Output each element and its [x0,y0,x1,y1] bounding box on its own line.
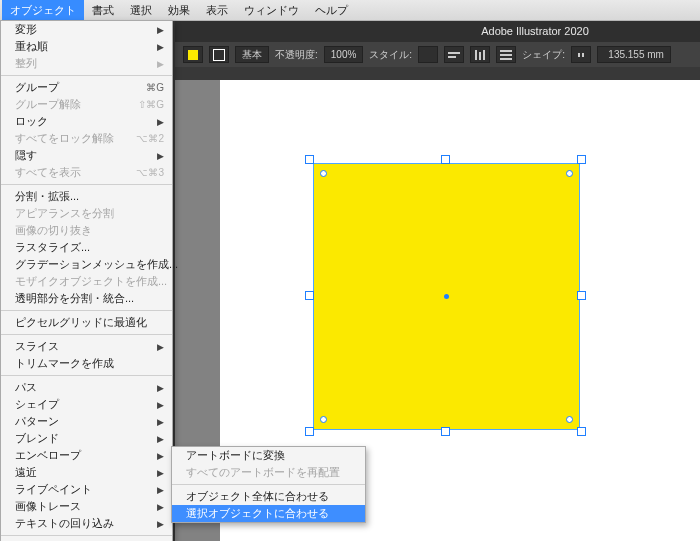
menubar-item-object[interactable]: オブジェクト [2,0,84,20]
svg-rect-2 [475,50,477,60]
menubar-item-effect[interactable]: 効果 [160,0,198,20]
menu-ungroup: グループ解除⇧⌘G [1,96,172,113]
handle-bl[interactable] [305,427,314,436]
svg-rect-0 [448,52,460,54]
menu-group[interactable]: グループ⌘G [1,79,172,96]
handle-ml[interactable] [305,291,314,300]
distribute-icon[interactable] [496,46,516,63]
submenu-arrow-icon: ▶ [157,342,164,352]
submenu-arrow-icon: ▶ [157,417,164,427]
align-icon[interactable] [444,46,464,63]
menu-livepaint[interactable]: ライブペイント▶ [1,481,172,498]
center-point[interactable] [444,294,449,299]
submenu-arrow-icon: ▶ [157,117,164,127]
submenu-arrow-icon: ▶ [157,485,164,495]
menu-rasterize[interactable]: ラスタライズ... [1,239,172,256]
menu-expand-appearance: アピアランスを分割 [1,205,172,222]
object-menu: 変形▶ 重ね順▶ 整列▶ グループ⌘G グループ解除⇧⌘G ロック▶ すべてをロ… [0,20,173,541]
submenu-arrow-icon: ▶ [157,151,164,161]
menu-crop-image: 画像の切り抜き [1,222,172,239]
submenu-fit-selected[interactable]: 選択オブジェクトに合わせる [172,505,365,522]
svg-rect-7 [500,58,512,60]
menu-hide[interactable]: 隠す▶ [1,147,172,164]
submenu-arrow-icon: ▶ [157,383,164,393]
separator [1,75,172,76]
handle-tr[interactable] [577,155,586,164]
submenu-fit-all[interactable]: オブジェクト全体に合わせる [172,488,365,505]
menubar-item-select[interactable]: 選択 [122,0,160,20]
style2-label: スタイル: [369,48,412,62]
opacity-label: 不透明度: [275,48,318,62]
svg-rect-6 [500,54,512,56]
menubar-item-type[interactable]: 書式 [84,0,122,20]
shape-width-input[interactable]: 135.155 mm [597,46,671,63]
menu-lock[interactable]: ロック▶ [1,113,172,130]
submenu-convert[interactable]: アートボードに変換 [172,447,365,464]
menubar: オブジェクト 書式 選択 効果 表示 ウィンドウ ヘルプ [0,0,700,21]
menu-show-all: すべてを表示⌥⌘3 [1,164,172,181]
menu-gradient-mesh[interactable]: グラデーションメッシュを作成... [1,256,172,273]
submenu-arrow-icon: ▶ [157,502,164,512]
link-icon[interactable] [571,46,591,63]
submenu-arrow-icon: ▶ [157,59,164,69]
menubar-item-window[interactable]: ウィンドウ [236,0,307,20]
menu-expand[interactable]: 分割・拡張... [1,188,172,205]
menu-arrange[interactable]: 重ね順▶ [1,38,172,55]
menu-textwrap[interactable]: テキストの回り込み▶ [1,515,172,532]
separator [1,535,172,536]
align-horiz-icon [448,50,460,60]
opacity-value[interactable]: 100% [324,46,364,63]
separator [1,184,172,185]
submenu-rearrange: すべてのアートボードを再配置 [172,464,365,481]
handle-tm[interactable] [441,155,450,164]
distribute-horiz-icon [500,50,512,60]
style-dropdown[interactable]: 基本 [235,46,269,63]
menu-path[interactable]: パス▶ [1,379,172,396]
menu-slice[interactable]: スライス▶ [1,338,172,355]
menu-blend[interactable]: ブレンド▶ [1,430,172,447]
svg-rect-4 [483,50,485,60]
menu-shape[interactable]: シェイプ▶ [1,396,172,413]
menu-pixel-perfect[interactable]: ピクセルグリッドに最適化 [1,314,172,331]
svg-rect-5 [500,50,512,52]
svg-rect-1 [448,56,456,58]
svg-rect-3 [479,52,481,60]
submenu-arrow-icon: ▶ [157,468,164,478]
align-vert-icon [474,50,486,60]
handle-mr[interactable] [577,291,586,300]
separator [1,334,172,335]
handle-br[interactable] [577,427,586,436]
chain-icon [576,50,586,60]
fill-swatch[interactable] [183,46,203,63]
menu-envelope[interactable]: エンベロープ▶ [1,447,172,464]
menu-imagetrace[interactable]: 画像トレース▶ [1,498,172,515]
submenu-arrow-icon: ▶ [157,434,164,444]
submenu-arrow-icon: ▶ [157,400,164,410]
handle-bm[interactable] [441,427,450,436]
separator [172,484,365,485]
control-bar: 基本 不透明度: 100% スタイル: シェイプ: 135.155 mm [175,42,700,67]
menu-align: 整列▶ [1,55,172,72]
app-title: Adobe Illustrator 2020 [370,20,700,42]
submenu-arrow-icon: ▶ [157,42,164,52]
artboard-submenu: アートボードに変換 すべてのアートボードを再配置 オブジェクト全体に合わせる 選… [171,446,366,523]
style2-picker[interactable] [418,46,438,63]
separator [1,310,172,311]
stroke-swatch[interactable] [209,46,229,63]
shape-label: シェイプ: [522,48,565,62]
submenu-arrow-icon: ▶ [157,25,164,35]
align-icon-2[interactable] [470,46,490,63]
bounding-box [306,156,585,435]
menu-mosaic: モザイクオブジェクトを作成... [1,273,172,290]
menubar-item-help[interactable]: ヘルプ [307,0,356,20]
menu-trimmarks[interactable]: トリムマークを作成 [1,355,172,372]
submenu-arrow-icon: ▶ [157,519,164,529]
menu-unlock-all: すべてをロック解除⌥⌘2 [1,130,172,147]
menu-pattern[interactable]: パターン▶ [1,413,172,430]
menu-flatten-transparency[interactable]: 透明部分を分割・統合... [1,290,172,307]
handle-tl[interactable] [305,155,314,164]
menu-perspective[interactable]: 遠近▶ [1,464,172,481]
submenu-arrow-icon: ▶ [157,451,164,461]
menubar-item-view[interactable]: 表示 [198,0,236,20]
menu-transform[interactable]: 変形▶ [1,21,172,38]
